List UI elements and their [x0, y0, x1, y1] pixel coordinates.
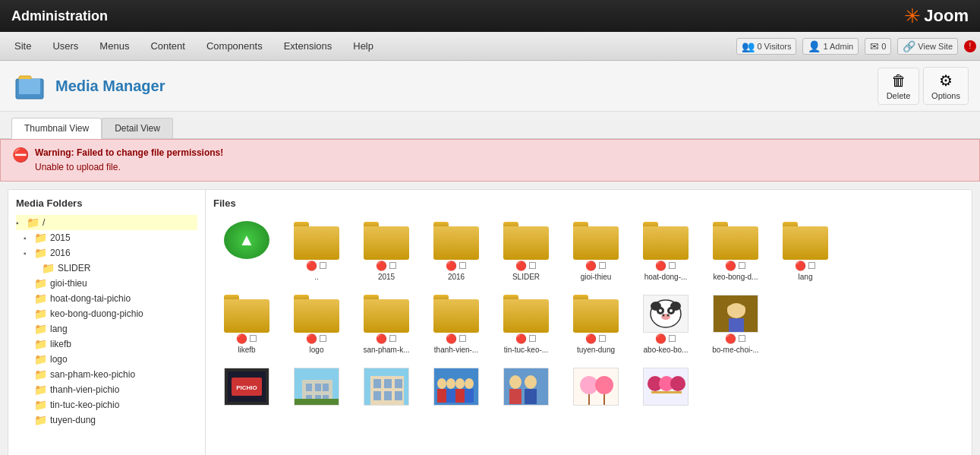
- file-item-tin-tuc[interactable]: 🔴 ☐ tin-tuc-keo-...: [493, 289, 559, 359]
- file-item-thanh-vien[interactable]: 🔴 ☐ thanh-vien-...: [423, 289, 490, 359]
- file-item-img4[interactable]: [423, 362, 490, 412]
- check-icon[interactable]: ☐: [738, 333, 746, 344]
- nav-site[interactable]: Site: [4, 34, 42, 58]
- file-item-logo[interactable]: 🔴 ☐ logo: [283, 289, 350, 359]
- options-button[interactable]: ⚙ Options: [923, 67, 969, 105]
- file-item-img7[interactable]: [632, 362, 699, 412]
- check-icon[interactable]: ☐: [668, 333, 676, 344]
- view-site-badge[interactable]: 🔗 View Site: [897, 38, 958, 55]
- file-item-img5[interactable]: [493, 362, 559, 412]
- admin-badge[interactable]: 👤 1 Admin: [802, 38, 859, 55]
- file-actions-san-pham: 🔴 ☐: [376, 333, 397, 344]
- svg-rect-24: [315, 384, 321, 391]
- folder-thumb-likefb: [224, 295, 269, 333]
- sidebar-item-gioi-thieu[interactable]: 📁 gioi-thieu: [16, 276, 197, 291]
- check-icon[interactable]: ☐: [458, 333, 467, 344]
- check-icon[interactable]: ☐: [319, 333, 327, 344]
- folder-icon: 📁: [34, 368, 47, 381]
- sidebar-item-hoat-dong[interactable]: 📁 hoat-dong-tai-pichio: [16, 291, 197, 306]
- tree-label-tuyen-dung: tuyen-dung: [50, 415, 96, 425]
- file-item-hoat-dong[interactable]: 🔴 ☐ hoat-dong-...: [632, 216, 699, 286]
- file-item-up[interactable]: ▲: [213, 216, 280, 286]
- check-icon[interactable]: ☐: [249, 333, 257, 344]
- svg-rect-50: [509, 389, 522, 404]
- file-item-slider[interactable]: 🔴 ☐ SLIDER: [493, 216, 559, 286]
- file-item-san-pham[interactable]: 🔴 ☐ san-pham-k...: [353, 289, 420, 359]
- sidebar-item-2015[interactable]: ▪ 📁 2015: [16, 230, 197, 245]
- sidebar-item-tin-tuc[interactable]: 📁 tin-tuc-keo-pichio: [16, 397, 197, 412]
- check-icon[interactable]: ☐: [458, 261, 467, 271]
- file-item-lang[interactable]: 🔴 ☐ lang: [772, 216, 839, 286]
- delete-file-icon[interactable]: 🔴: [725, 333, 736, 344]
- file-item-tuyen-dung[interactable]: 🔴 ☐ tuyen-dung: [562, 289, 629, 359]
- file-item-likefb[interactable]: 🔴 ☐ likefb: [213, 289, 280, 359]
- up-button[interactable]: ▲: [224, 221, 269, 259]
- nav-components[interactable]: Components: [196, 34, 273, 58]
- sidebar-item-tuyen-dung[interactable]: 📁 tuyen-dung: [16, 412, 197, 428]
- file-item-keo-bong[interactable]: 🔴 ☐ keo-bong-d...: [702, 216, 769, 286]
- delete-file-icon[interactable]: 🔴: [306, 261, 317, 271]
- check-icon[interactable]: ☐: [808, 261, 816, 271]
- nav-menus[interactable]: Menus: [89, 34, 140, 58]
- check-icon[interactable]: ☐: [389, 333, 397, 344]
- check-icon[interactable]: ☐: [668, 261, 676, 271]
- file-item-gioi-thieu[interactable]: 🔴 ☐ gioi-thieu: [562, 216, 629, 286]
- check-icon[interactable]: ☐: [598, 333, 607, 344]
- visitors-icon: 👥: [742, 40, 755, 52]
- file-item-img1[interactable]: PICHIO: [213, 362, 280, 412]
- delete-file-icon[interactable]: 🔴: [655, 261, 666, 271]
- visitors-badge[interactable]: 👥 0 Visitors: [736, 38, 796, 55]
- file-item-img3[interactable]: [353, 362, 420, 412]
- check-icon[interactable]: ☐: [528, 333, 537, 344]
- delete-file-icon[interactable]: 🔴: [306, 333, 317, 344]
- nav-extensions[interactable]: Extensions: [273, 34, 343, 58]
- file-item-bo-me-choi[interactable]: 🔴 ☐ bo-me-choi-...: [702, 289, 769, 359]
- svg-rect-23: [306, 384, 312, 391]
- check-icon[interactable]: ☐: [389, 261, 397, 271]
- file-item-parent[interactable]: 🔴 ☐ ..: [283, 216, 350, 286]
- sidebar-title: Media Folders: [16, 197, 197, 209]
- delete-file-icon[interactable]: 🔴: [655, 333, 666, 344]
- file-item-img6[interactable]: [562, 362, 629, 412]
- sidebar-item-root[interactable]: ▪ 📁 /: [16, 215, 197, 230]
- nav-help[interactable]: Help: [342, 34, 384, 58]
- check-icon[interactable]: ☐: [319, 261, 327, 271]
- nav-content[interactable]: Content: [140, 34, 196, 58]
- file-label-logo: logo: [310, 346, 324, 354]
- delete-file-icon[interactable]: 🔴: [795, 261, 806, 271]
- delete-file-icon[interactable]: 🔴: [515, 261, 527, 271]
- delete-file-icon[interactable]: 🔴: [236, 333, 247, 344]
- file-item-2015[interactable]: 🔴 ☐ 2015: [353, 216, 420, 286]
- admin-count: 1 Admin: [823, 42, 853, 51]
- tab-thumbnail[interactable]: Thumbnail View: [11, 118, 102, 139]
- delete-file-icon[interactable]: 🔴: [446, 261, 457, 271]
- sidebar-item-lang[interactable]: 📁 lang: [16, 321, 197, 337]
- delete-file-icon[interactable]: 🔴: [376, 333, 387, 344]
- tab-detail[interactable]: Detail View: [102, 118, 173, 138]
- file-item-abo-keo[interactable]: 🔴 ☐ abo-keo-bo...: [632, 289, 699, 359]
- check-icon[interactable]: ☐: [598, 261, 607, 271]
- sidebar-item-likefb[interactable]: 📁 likefb: [16, 337, 197, 352]
- folder-icon: 📁: [34, 384, 47, 396]
- file-item-img2[interactable]: [283, 362, 350, 412]
- file-item-2016[interactable]: 🔴 ☐ 2016: [423, 216, 490, 286]
- nav-users[interactable]: Users: [42, 34, 89, 58]
- sidebar-item-keo-bong[interactable]: 📁 keo-bong-duong-pichio: [16, 306, 197, 321]
- messages-badge[interactable]: ✉ 0: [865, 38, 891, 55]
- sidebar-item-san-pham[interactable]: 📁 san-pham-keo-pichio: [16, 367, 197, 382]
- check-icon[interactable]: ☐: [528, 261, 537, 271]
- delete-file-icon[interactable]: 🔴: [725, 261, 736, 271]
- file-label-likefb: likefb: [238, 346, 255, 354]
- delete-file-icon[interactable]: 🔴: [585, 261, 597, 271]
- delete-file-icon[interactable]: 🔴: [446, 333, 457, 344]
- delete-button[interactable]: 🗑 Delete: [878, 68, 919, 105]
- folder-icon: 📁: [34, 308, 47, 320]
- check-icon[interactable]: ☐: [738, 261, 746, 271]
- delete-file-icon[interactable]: 🔴: [515, 333, 527, 344]
- sidebar-item-logo[interactable]: 📁 logo: [16, 352, 197, 367]
- sidebar-item-thanh-vien[interactable]: 📁 thanh-vien-pichio: [16, 382, 197, 397]
- delete-file-icon[interactable]: 🔴: [585, 333, 597, 344]
- sidebar-item-slider[interactable]: 📁 SLIDER: [16, 261, 197, 276]
- delete-file-icon[interactable]: 🔴: [376, 261, 387, 271]
- sidebar-item-2016[interactable]: ▪ 📁 2016: [16, 245, 197, 261]
